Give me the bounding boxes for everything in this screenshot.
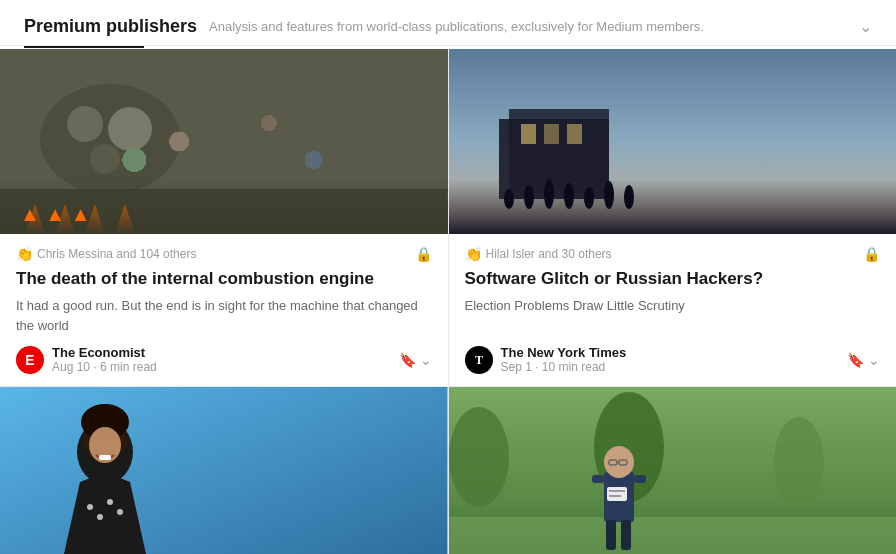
header: Premium publishers Analysis and features… bbox=[0, 0, 896, 48]
publisher-name: The New York Times bbox=[501, 345, 627, 360]
svg-point-4 bbox=[90, 144, 120, 174]
header-subtitle: Analysis and features from world-class p… bbox=[209, 19, 704, 34]
article-image bbox=[0, 387, 448, 554]
article-image bbox=[449, 387, 897, 554]
claps-info: 👏 Chris Messina and 104 others bbox=[16, 246, 196, 262]
svg-rect-13 bbox=[521, 124, 536, 144]
svg-rect-47 bbox=[634, 475, 646, 483]
svg-point-17 bbox=[524, 185, 534, 209]
publisher-date: Aug 10 · 6 min read bbox=[52, 360, 157, 374]
article-excerpt: Election Problems Draw Little Scrutiny bbox=[465, 296, 881, 335]
svg-point-22 bbox=[624, 185, 634, 209]
svg-point-19 bbox=[564, 183, 574, 209]
svg-marker-9 bbox=[115, 204, 135, 234]
page-title: Premium publishers bbox=[24, 16, 197, 37]
svg-marker-6 bbox=[25, 204, 45, 234]
svg-text:T: T bbox=[474, 353, 482, 367]
svg-rect-0 bbox=[0, 49, 448, 234]
svg-rect-15 bbox=[567, 124, 582, 144]
svg-point-18 bbox=[544, 179, 554, 209]
article-image bbox=[0, 49, 448, 234]
article-card: 👏 Hilal Isler and 30 others 🔒 Software G… bbox=[449, 49, 897, 386]
article-card: 👏 Medium Staff and 25 others 🔒 The 'have… bbox=[449, 387, 897, 554]
bookmark-icon: 🔖 bbox=[847, 352, 864, 368]
article-image bbox=[449, 49, 897, 234]
article-card: 👏 Sam Duboff and 61 others 🔒 Issa Rae: W… bbox=[0, 387, 448, 554]
publisher-info: T The New York Times Sep 1 · 10 min read bbox=[465, 345, 627, 374]
article-card: 👏 Chris Messina and 104 others 🔒 The dea… bbox=[0, 49, 448, 386]
publisher-info: E The Economist Aug 10 · 6 min read bbox=[16, 345, 157, 374]
chevron-down-icon[interactable]: ⌄ bbox=[859, 17, 872, 36]
svg-point-2 bbox=[67, 106, 103, 142]
svg-rect-49 bbox=[621, 520, 631, 550]
article-title[interactable]: The death of the internal combustion eng… bbox=[16, 268, 432, 290]
publisher-logo: E bbox=[16, 346, 44, 374]
chevron-icon[interactable]: ⌄ bbox=[420, 352, 432, 368]
clap-icon: 👏 bbox=[16, 246, 33, 262]
svg-point-37 bbox=[449, 407, 509, 507]
svg-rect-31 bbox=[99, 455, 111, 460]
lock-icon: 🔒 bbox=[863, 246, 880, 262]
svg-point-3 bbox=[108, 107, 152, 151]
bookmark-button[interactable]: 🔖 ⌄ bbox=[399, 352, 432, 368]
bookmark-icon: 🔖 bbox=[399, 352, 416, 368]
article-title[interactable]: Software Glitch or Russian Hackers? bbox=[465, 268, 881, 290]
svg-rect-51 bbox=[609, 490, 625, 492]
svg-point-35 bbox=[117, 509, 123, 515]
svg-rect-48 bbox=[606, 520, 616, 550]
svg-point-20 bbox=[584, 187, 594, 209]
svg-rect-40 bbox=[449, 517, 897, 554]
svg-point-39 bbox=[774, 417, 824, 507]
articles-grid: 👏 Chris Messina and 104 others 🔒 The dea… bbox=[0, 49, 896, 554]
svg-point-33 bbox=[97, 514, 103, 520]
svg-rect-5 bbox=[0, 189, 448, 234]
svg-marker-7 bbox=[55, 204, 75, 234]
svg-rect-25 bbox=[0, 387, 448, 554]
publisher-date: Sep 1 · 10 min read bbox=[501, 360, 627, 374]
svg-rect-50 bbox=[607, 487, 627, 501]
svg-rect-46 bbox=[592, 475, 604, 483]
svg-rect-52 bbox=[609, 495, 621, 497]
svg-marker-8 bbox=[85, 204, 105, 234]
chevron-icon[interactable]: ⌄ bbox=[868, 352, 880, 368]
lock-icon: 🔒 bbox=[415, 246, 432, 262]
svg-rect-16 bbox=[449, 179, 897, 234]
svg-point-21 bbox=[604, 181, 614, 209]
clap-icon: 👏 bbox=[465, 246, 482, 262]
svg-point-1 bbox=[40, 84, 180, 194]
svg-point-23 bbox=[504, 189, 514, 209]
svg-rect-14 bbox=[544, 124, 559, 144]
publisher-logo: T bbox=[465, 346, 493, 374]
article-excerpt: It had a good run. But the end is in sig… bbox=[16, 296, 432, 335]
publisher-name: The Economist bbox=[52, 345, 157, 360]
bookmark-button[interactable]: 🔖 ⌄ bbox=[847, 352, 880, 368]
claps-info: 👏 Hilal Isler and 30 others bbox=[465, 246, 612, 262]
title-underline bbox=[24, 46, 144, 48]
svg-point-32 bbox=[87, 504, 93, 510]
svg-point-34 bbox=[107, 499, 113, 505]
